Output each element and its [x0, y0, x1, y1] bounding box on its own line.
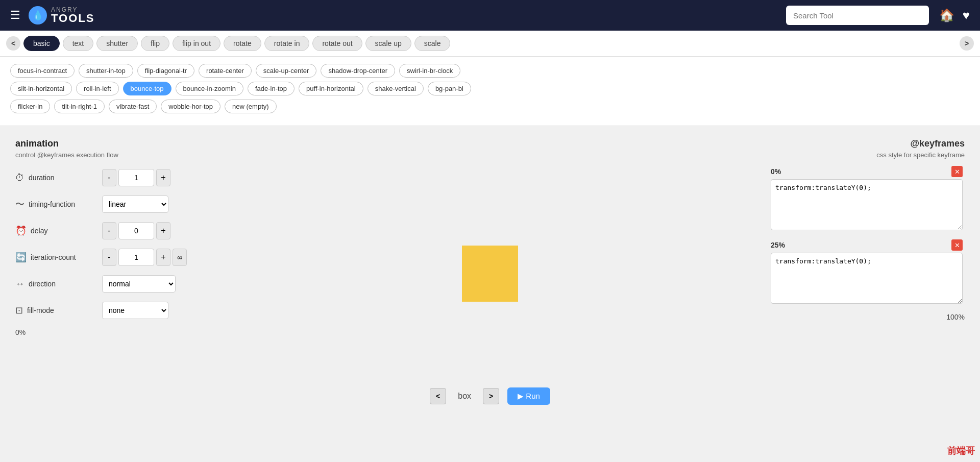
tags-row: focus-in-contractshutter-in-topflip-diag…: [10, 64, 970, 78]
fill-mode-select-wrap: noneforwardsbackwardsboth: [102, 302, 168, 319]
tag-tilt-in-right-1[interactable]: tilt-in-right-1: [54, 100, 105, 113]
tag-shake-vertical[interactable]: shake-vertical: [368, 82, 424, 95]
tab-text[interactable]: text: [63, 36, 94, 51]
home-icon[interactable]: 🏠: [939, 8, 954, 22]
search-input[interactable]: [786, 6, 929, 25]
menu-icon[interactable]: ☰: [10, 9, 20, 22]
main-content: animation control @keyframes execution f…: [0, 126, 980, 432]
iteration-icon: 🔄: [15, 252, 27, 263]
tab-flip[interactable]: flip: [141, 36, 169, 51]
tag-shadow-drop-center[interactable]: shadow-drop-center: [321, 64, 395, 78]
iteration-plus-button[interactable]: +: [156, 249, 170, 266]
heart-icon[interactable]: ♥: [963, 8, 970, 22]
tag-flicker-in[interactable]: flicker-in: [10, 100, 50, 113]
keyframe-textarea[interactable]: transform:translateY(0);: [771, 179, 963, 230]
duration-minus-button[interactable]: -: [102, 169, 116, 186]
tab-prev-button[interactable]: <: [6, 36, 20, 51]
timing-function-row: 〜 timing-function lineareaseease-inease-…: [15, 196, 209, 213]
tag-wobble-hor-top[interactable]: wobble-hor-top: [161, 100, 220, 113]
tag-rotate-center[interactable]: rotate-center: [199, 64, 252, 78]
tags-row: slit-in-horizontalroll-in-leftbounce-top…: [10, 82, 970, 95]
tag-bg-pan-bl[interactable]: bg-pan-bl: [428, 82, 471, 95]
direction-icon: ↔: [15, 279, 24, 289]
iteration-input-group: - + ∞: [102, 249, 187, 266]
tab-basic[interactable]: basic: [23, 36, 60, 51]
header-icons: 🏠 ♥: [939, 8, 970, 22]
search-container: [786, 6, 929, 25]
keyframe-textarea[interactable]: transform:translateY(0);: [771, 253, 963, 304]
tab-next-button[interactable]: >: [960, 36, 974, 51]
keyframes-subtitle: css style for specific keyframe: [771, 151, 965, 159]
keyframes-panel: @keyframes css style for specific keyfra…: [771, 138, 965, 420]
tag-bounce-in-zoomin[interactable]: bounce-in-zoomin: [176, 82, 243, 95]
progress-start: 0%: [15, 328, 209, 336]
logo: 💧 ANGRY TOOLS: [29, 6, 94, 25]
direction-label: ↔ direction: [15, 279, 97, 289]
logo-icon: 💧: [29, 6, 47, 25]
timing-function-select[interactable]: lineareaseease-inease-outease-in-out: [102, 196, 168, 213]
tag-focus-in-contract[interactable]: focus-in-contract: [10, 64, 75, 78]
tags-row: flicker-intilt-in-right-1vibrate-fastwob…: [10, 100, 970, 113]
tab-shutter[interactable]: shutter: [96, 36, 138, 51]
tag-slit-in-horizontal[interactable]: slit-in-horizontal: [10, 82, 72, 95]
keyframes-title: @keyframes: [771, 138, 965, 149]
delay-label: ⏰ delay: [15, 225, 97, 236]
duration-row: ⏱ duration - +: [15, 169, 209, 186]
keyframes-header: @keyframes: [771, 138, 965, 149]
tab-container: basictextshutterflipflip in outrotaterot…: [23, 36, 957, 51]
delay-input-group: - +: [102, 222, 170, 239]
duration-input-group: - +: [102, 169, 170, 186]
tab-scale-up[interactable]: scale up: [365, 36, 411, 51]
fill-mode-row: ⊡ fill-mode noneforwardsbackwardsboth: [15, 302, 209, 319]
tag-puff-in-horizontal[interactable]: puff-in-horizontal: [299, 82, 363, 95]
fill-mode-label: ⊡ fill-mode: [15, 305, 97, 316]
keyframe-delete-button[interactable]: ✕: [951, 166, 963, 177]
duration-plus-button[interactable]: +: [156, 169, 170, 186]
iteration-count-row: 🔄 iteration-count - + ∞: [15, 249, 209, 266]
tag-swirl-in-br-clock[interactable]: swirl-in-br-clock: [399, 64, 460, 78]
animation-title: animation: [15, 138, 209, 149]
tag-fade-in-top[interactable]: fade-in-top: [248, 82, 295, 95]
tab-flip-in-out[interactable]: flip in out: [173, 36, 220, 51]
preview-box: [462, 246, 518, 302]
tag-bounce-top[interactable]: bounce-top: [123, 82, 172, 95]
tags-container: focus-in-contractshutter-in-topflip-diag…: [10, 64, 970, 113]
tag-flip-diagonal-tr[interactable]: flip-diagonal-tr: [137, 64, 194, 78]
duration-input[interactable]: [118, 169, 154, 186]
keyframe-percent: 0%: [771, 167, 781, 176]
preview-prev-button[interactable]: <: [430, 388, 446, 404]
animation-subtitle: control @keyframes execution flow: [15, 151, 209, 159]
logo-tools: TOOLS: [51, 13, 94, 24]
delay-input[interactable]: [118, 222, 154, 239]
duration-icon: ⏱: [15, 173, 24, 183]
fill-mode-select[interactable]: noneforwardsbackwardsboth: [102, 302, 168, 319]
iteration-count-label: 🔄 iteration-count: [15, 252, 97, 263]
direction-select[interactable]: normalreversealternatealternate-reverse: [102, 275, 176, 293]
header: ☰ 💧 ANGRY TOOLS 🏠 ♥: [0, 0, 980, 31]
delay-minus-button[interactable]: -: [102, 222, 116, 239]
tag-scale-up-center[interactable]: scale-up-center: [256, 64, 317, 78]
keyframes-scroll[interactable]: 0% ✕ transform:translateY(0); 25% ✕ tran…: [771, 166, 965, 313]
preview-next-button[interactable]: >: [483, 388, 499, 404]
keyframe-block: 0% ✕ transform:translateY(0);: [771, 166, 963, 232]
tags-area: focus-in-contractshutter-in-topflip-diag…: [0, 57, 980, 126]
iteration-minus-button[interactable]: -: [102, 249, 116, 266]
run-button[interactable]: ▶ Run: [507, 387, 550, 405]
tag-roll-in-left[interactable]: roll-in-left: [76, 82, 118, 95]
keyframe-delete-button[interactable]: ✕: [951, 239, 963, 251]
tab-rotate[interactable]: rotate: [224, 36, 261, 51]
tab-rotate-in[interactable]: rotate in: [264, 36, 310, 51]
delay-icon: ⏰: [15, 225, 27, 236]
iteration-inf-button[interactable]: ∞: [173, 249, 187, 266]
tab-scale[interactable]: scale: [414, 36, 451, 51]
tab-rotate-out[interactable]: rotate out: [312, 36, 362, 51]
tag-new-empty[interactable]: new (empty): [225, 100, 277, 113]
delay-plus-button[interactable]: +: [156, 222, 170, 239]
tag-vibrate-fast[interactable]: vibrate-fast: [109, 100, 157, 113]
fill-mode-icon: ⊡: [15, 305, 23, 316]
timing-icon: 〜: [15, 198, 24, 210]
iteration-input[interactable]: [118, 249, 154, 266]
direction-select-wrap: normalreversealternatealternate-reverse: [102, 275, 176, 293]
keyframe-block: 25% ✕ transform:translateY(0);: [771, 239, 963, 306]
tag-shutter-in-top[interactable]: shutter-in-top: [79, 64, 133, 78]
